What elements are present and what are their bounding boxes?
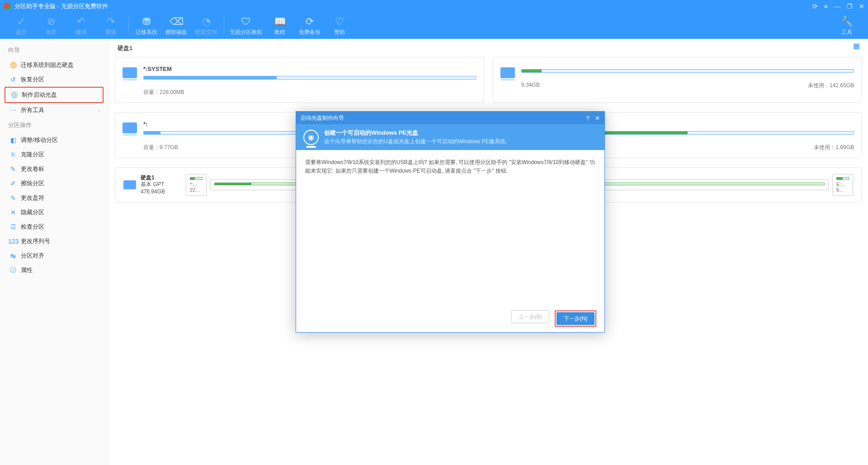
- toolbar-label: 提交: [16, 28, 27, 36]
- sidebar-item-icon: ✎: [8, 194, 18, 202]
- sidebar-item-icon: ✕: [8, 209, 18, 216]
- sidebar-item-icon: ✎: [8, 165, 18, 173]
- sidebar-item[interactable]: ↹ 分区对齐: [5, 249, 104, 263]
- toolbar-label: 迁移系统: [136, 28, 157, 36]
- toolbar-item: ↷ 重做: [96, 16, 126, 36]
- close-icon[interactable]: ✕: [859, 3, 864, 10]
- disk-size: 476.94GB: [141, 188, 165, 195]
- sidebar-item-label: 制作启动光盘: [22, 91, 57, 99]
- sidebar-item-icon: ↹: [8, 252, 18, 259]
- sidebar-item[interactable]: ↺ 恢复分区: [5, 72, 104, 87]
- toolbar-icon: ◔: [202, 16, 211, 28]
- sidebar-item[interactable]: ⓘ 属性: [5, 263, 104, 277]
- sidebar-item-label: 属性: [21, 266, 33, 274]
- refresh-icon[interactable]: ⟳: [812, 3, 818, 10]
- boot-disc-wizard-dialog: 启动光盘制作向导 ? ✕ ◉ 创建一个可启动的Windows PE光盘 这个向导…: [296, 111, 605, 333]
- sidebar-item-label: 隐藏分区: [21, 208, 44, 216]
- toolbar-item[interactable]: ⌫ 擦除磁盘: [161, 16, 191, 36]
- usage-bar: [143, 76, 476, 80]
- toolbar-item: ↶ 撤消: [66, 16, 96, 36]
- toolbar-item[interactable]: ⟳ 免费备份: [295, 16, 325, 36]
- maximize-icon[interactable]: ❐: [847, 3, 853, 10]
- toolbar-item[interactable]: 🛡 无损分区教程: [227, 16, 265, 36]
- sidebar-header: 分区操作: [5, 117, 104, 133]
- capacity-label: 9.34GB: [521, 82, 540, 89]
- disk-strip-segment[interactable]: E:... 6...: [832, 174, 853, 196]
- disk-type: 基本 GPT: [141, 181, 164, 188]
- dialog-titlebar[interactable]: 启动光盘制作向导 ? ✕: [296, 112, 604, 124]
- toolbar-label: 撤消: [75, 28, 86, 36]
- sidebar-item[interactable]: ✕ 隐藏分区: [5, 205, 104, 220]
- next-button[interactable]: 下一步(N): [557, 312, 594, 325]
- toolbar-icon: ⌫: [170, 16, 184, 28]
- sidebar-item-icon: 💿: [9, 91, 19, 99]
- sidebar-item[interactable]: ☲ 检查分区: [5, 220, 104, 234]
- sidebar-item[interactable]: ✎ 更改卷标: [5, 162, 104, 176]
- toolbar-icon: ↶: [77, 16, 85, 28]
- sidebar-item[interactable]: 💿 制作启动光盘: [5, 87, 104, 103]
- sidebar-item[interactable]: ✐ 擦除分区: [5, 176, 104, 191]
- disk-name: 硬盘1: [141, 174, 155, 181]
- toolbar-icon: 🛡: [241, 16, 251, 28]
- sidebar-item-label: 恢复分区: [21, 75, 44, 84]
- toolbar-icon: 📖: [274, 16, 286, 28]
- sidebar-item-label: 更改序列号: [21, 237, 50, 245]
- disk-icon: [123, 180, 136, 189]
- sidebar-item-label: 检查分区: [21, 223, 44, 231]
- dialog-footer: 上一步(B) 下一步(N): [296, 305, 604, 332]
- partition-card[interactable]: 9.34GB 未使用：142.65GB: [493, 57, 862, 103]
- tools-button[interactable]: 🔧 工具: [832, 16, 862, 36]
- menu-icon[interactable]: ≡: [824, 3, 828, 10]
- dialog-body: 需要将Windows7/8/10系统安装到您的USB盘上吗? 如果您需要, 可以…: [296, 150, 604, 305]
- sidebar-item-icon: ↺: [8, 76, 18, 83]
- sidebar-item-label: 克隆分区: [21, 150, 44, 159]
- sidebar-item[interactable]: 📀 迁移系统到固态硬盘: [5, 58, 104, 72]
- sidebar-item[interactable]: ⋯ 所有工具 ›: [5, 103, 104, 117]
- sidebar-item-label: 更改盘符: [21, 194, 44, 202]
- sidebar-item-icon: ☲: [8, 223, 18, 230]
- toolbar-icon: ♡: [335, 16, 344, 28]
- window-controls: ⟳ ≡ ― ❐ ✕: [812, 3, 864, 10]
- disk-info: 硬盘1 基本 GPT 476.94GB: [123, 174, 182, 196]
- toolbar-label: 教程: [274, 28, 285, 36]
- sidebar-item-icon: 123: [8, 238, 18, 245]
- help-icon[interactable]: ?: [586, 115, 590, 122]
- sidebar-item-icon: ⓘ: [8, 266, 18, 274]
- toolbar-label: 无损分区教程: [230, 28, 262, 36]
- view-toggle-icon[interactable]: ▦: [853, 42, 860, 50]
- toolbar-label: 擦除磁盘: [165, 28, 187, 36]
- toolbar-item[interactable]: 📖 教程: [265, 16, 295, 36]
- toolbar-label: 免费备份: [299, 28, 321, 36]
- toolbar-icon: ⊘: [47, 16, 55, 28]
- minimize-icon[interactable]: ―: [834, 3, 840, 10]
- disc-icon: ◉: [303, 130, 319, 145]
- toolbar: ✓ 提交⊘ 放弃↶ 撤消↷ 重做⛃ 迁移系统⌫ 擦除磁盘◔ 配置空间🛡 无损分区…: [0, 13, 868, 39]
- unused-label: 未使用：1.69GB: [814, 144, 854, 151]
- partition-card[interactable]: *:SYSTEM 容量：228.00MB: [115, 57, 484, 103]
- titlebar: 分区助手专业版 - 无损分区免费软件 ⟳ ≡ ― ❐ ✕: [0, 0, 868, 13]
- toolbar-item[interactable]: ♡ 赞助: [325, 16, 354, 36]
- toolbar-item[interactable]: ⛃ 迁移系统: [132, 16, 161, 36]
- usage-bar: [521, 69, 854, 73]
- sidebar-item[interactable]: ⎘ 克隆分区: [5, 147, 104, 162]
- banner-subtitle: 这个向导将帮助您在您的U盘或光盘上创建一个可启动的Windows PE微系统.: [324, 138, 507, 146]
- disk-strip-segment[interactable]: *:... 22...: [186, 174, 207, 196]
- toolbar-icon: ⛃: [142, 16, 151, 28]
- sidebar-item-icon: 📀: [8, 61, 18, 69]
- partition-icon: [123, 67, 137, 78]
- capacity-label: 容量：228.00MB: [143, 89, 184, 96]
- sidebar-item[interactable]: ✎ 更改盘符: [5, 191, 104, 205]
- toolbar-item: ✓ 提交: [6, 16, 36, 36]
- unused-label: 未使用：142.65GB: [808, 82, 854, 89]
- sidebar-item-label: 分区对齐: [21, 252, 44, 260]
- content: 硬盘1 ▦ *:SYSTEM 容量：228.00MB 9.34GB 未使用：14…: [108, 39, 868, 465]
- dialog-banner: ◉ 创建一个可启动的Windows PE光盘 这个向导将帮助您在您的U盘或光盘上…: [296, 124, 604, 150]
- next-button-highlight: 下一步(N): [555, 310, 596, 327]
- dialog-close-icon[interactable]: ✕: [595, 115, 600, 122]
- sidebar-item[interactable]: 123 更改序列号: [5, 234, 104, 249]
- sidebar-item[interactable]: ◧ 调整/移动分区: [5, 133, 104, 147]
- sidebar-item-icon: ⎘: [8, 151, 18, 158]
- toolbar-label: 配置空间: [195, 28, 217, 36]
- sidebar-item-icon: ✐: [8, 180, 18, 187]
- sidebar-item-icon: ⋯: [8, 107, 18, 114]
